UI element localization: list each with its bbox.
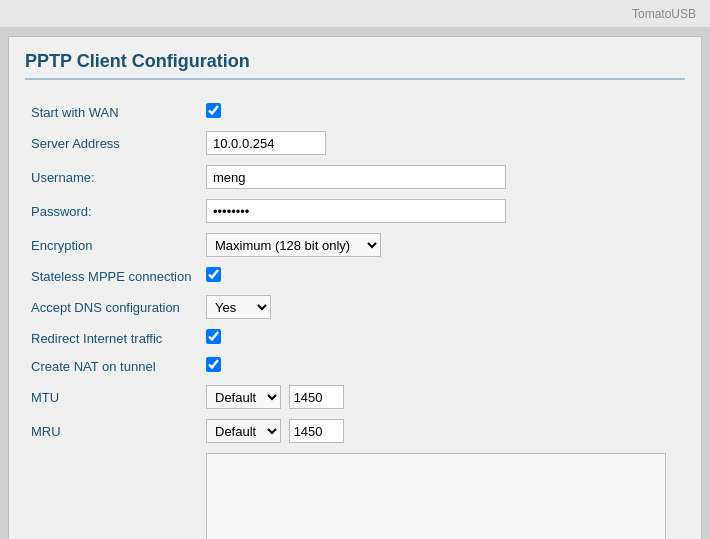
mru-mode-select[interactable]: Default Custom xyxy=(206,419,281,443)
redirect-traffic-label: Redirect Internet traffic xyxy=(25,324,200,352)
stateless-mppe-checkbox[interactable] xyxy=(206,267,221,282)
row-custom-config: Custom Configuration ▲ ▼ xyxy=(25,448,685,539)
row-accept-dns: Accept DNS configuration Yes No xyxy=(25,290,685,324)
config-form: Start with WAN Server Address Username: xyxy=(25,98,685,539)
row-redirect-traffic: Redirect Internet traffic xyxy=(25,324,685,352)
accept-dns-label: Accept DNS configuration xyxy=(25,290,200,324)
main-content: PPTP Client Configuration Start with WAN… xyxy=(8,36,702,539)
row-stateless-mppe: Stateless MPPE connection xyxy=(25,262,685,290)
server-address-input[interactable] xyxy=(206,131,326,155)
create-nat-checkbox[interactable] xyxy=(206,357,221,372)
password-input[interactable] xyxy=(206,199,506,223)
redirect-traffic-checkbox[interactable] xyxy=(206,329,221,344)
accept-dns-select[interactable]: Yes No xyxy=(206,295,271,319)
stateless-mppe-label: Stateless MPPE connection xyxy=(25,262,200,290)
encryption-select[interactable]: Maximum (128 bit only) Strong (56 bit) N… xyxy=(206,233,381,257)
row-mtu: MTU Default Custom xyxy=(25,380,685,414)
brand-label: TomatoUSB xyxy=(632,7,696,21)
encryption-label: Encryption xyxy=(25,228,200,262)
custom-config-textarea[interactable] xyxy=(206,453,666,539)
row-password: Password: xyxy=(25,194,685,228)
username-label: Username: xyxy=(25,160,200,194)
create-nat-label: Create NAT on tunnel xyxy=(25,352,200,380)
password-label: Password: xyxy=(25,194,200,228)
row-username: Username: xyxy=(25,160,685,194)
row-mru: MRU Default Custom xyxy=(25,414,685,448)
mtu-value-input[interactable] xyxy=(289,385,344,409)
row-encryption: Encryption Maximum (128 bit only) Strong… xyxy=(25,228,685,262)
username-input[interactable] xyxy=(206,165,506,189)
custom-config-label: Custom Configuration xyxy=(25,448,200,539)
row-server-address: Server Address xyxy=(25,126,685,160)
server-address-label: Server Address xyxy=(25,126,200,160)
start-with-wan-label: Start with WAN xyxy=(25,98,200,126)
row-start-with-wan: Start with WAN xyxy=(25,98,685,126)
custom-config-wrapper: ▲ ▼ xyxy=(206,453,679,539)
mtu-mode-select[interactable]: Default Custom xyxy=(206,385,281,409)
row-create-nat: Create NAT on tunnel xyxy=(25,352,685,380)
mru-value-input[interactable] xyxy=(289,419,344,443)
top-bar: TomatoUSB xyxy=(0,0,710,28)
page-title: PPTP Client Configuration xyxy=(25,51,685,80)
start-with-wan-checkbox[interactable] xyxy=(206,103,221,118)
mtu-label: MTU xyxy=(25,380,200,414)
page-wrapper: TomatoUSB PPTP Client Configuration Star… xyxy=(0,0,710,539)
mru-label: MRU xyxy=(25,414,200,448)
